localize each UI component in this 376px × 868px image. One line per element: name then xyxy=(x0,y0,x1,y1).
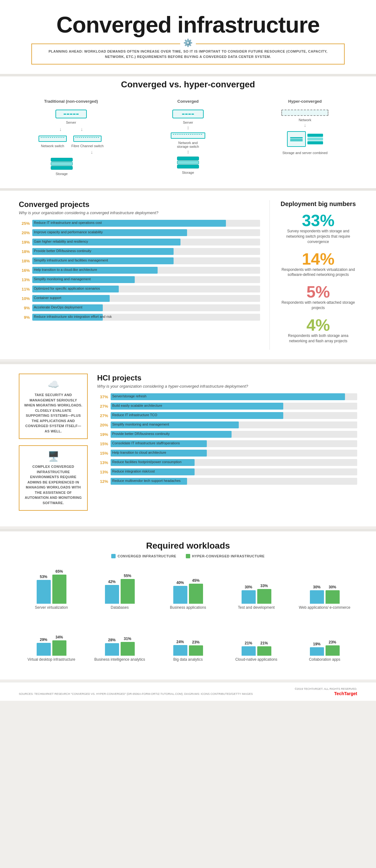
hci-left: ☁️ TAKE SECURITY AND MANAGEMENT SERIOUSL… xyxy=(19,374,88,517)
conv-server-lines xyxy=(182,114,194,115)
converged-bar-row: 9% Reduce infrastructure silo integratio… xyxy=(19,314,260,321)
hci-bar-pct: 12% xyxy=(97,479,108,484)
hci-bar-label: Reduce IT infrastructure TCO xyxy=(112,413,157,417)
chart-item: 19% 23% Collaboration apps xyxy=(298,618,351,662)
hci-bar-track: Reduce multivendor tech support headache… xyxy=(111,478,357,485)
green-bar-wrapper: 23% xyxy=(189,640,203,656)
bar-label: Simplify monitoring and management xyxy=(34,277,91,281)
converged-deployment-section: Converged projects Why is your organizat… xyxy=(0,191,376,359)
chart-label: Test and development xyxy=(238,605,274,610)
warning-box-1: ☁️ TAKE SECURITY AND MANAGEMENT SERIOUSL… xyxy=(19,374,88,439)
net-storage-switch xyxy=(171,132,205,139)
chart-item: 24% 23% Big data analytics xyxy=(162,618,214,662)
bar-pct: 11% xyxy=(19,287,30,291)
chart-item: 29% 34% Virtual desktop infrastructure xyxy=(25,618,78,662)
green-bar xyxy=(189,645,203,656)
bar-label: Simplify infrastructure and facilities m… xyxy=(34,258,108,262)
blue-bar-pct: 28% xyxy=(108,638,116,642)
hci-bar-track: Reduce facilities footprint/power consum… xyxy=(111,459,357,466)
chart-item: 40% 45% Business applications xyxy=(162,566,214,610)
storage-conv: Storage xyxy=(177,155,199,175)
green-bar-wrapper: 65% xyxy=(52,569,66,604)
hci-bar-row: 13% Reduce integration risk/cost xyxy=(97,468,357,475)
hci-bar-track: Reduce IT infrastructure TCO xyxy=(111,412,357,419)
arrow-hyper: ↓ xyxy=(303,123,306,128)
storage-trad: Storage xyxy=(51,157,73,176)
blue-bar-pct: 24% xyxy=(176,640,184,644)
server-box-conv xyxy=(172,110,204,118)
green-bar-pct: 34% xyxy=(55,635,63,640)
hci-bar-row: 12% Reduce multivendor tech support head… xyxy=(97,478,357,485)
server-icon: 🖥️ xyxy=(24,451,82,462)
chart-item: 28% 31% Business intelligence analytics xyxy=(93,618,146,662)
diagram-section: Converged vs. hyper-converged Traditiona… xyxy=(0,76,376,188)
arrow-conv2: ↕ xyxy=(187,149,189,154)
net-storage-switch-wrap: Network and storage switch xyxy=(171,131,205,148)
deploy-stat: 33% Survey respondents with storage and … xyxy=(279,212,357,244)
hci-bar-label: Server/storage refresh xyxy=(112,394,146,398)
bars-container: 21% 21% xyxy=(241,618,271,656)
chart-label: Server virtualization xyxy=(35,605,68,610)
hci-bar-track: Server/storage refresh xyxy=(111,393,357,400)
legend-hyper: HYPER-CONVERGED INFRASTRUCTURE xyxy=(186,554,265,558)
hci-bar-pct: 19% xyxy=(97,432,108,437)
bar-label: Improve capacity and performance scalabi… xyxy=(34,230,103,234)
hyper-col: Hyper-converged Network ↓ xyxy=(258,99,352,155)
server-label-trad: Server xyxy=(66,121,76,124)
green-bar-pct: 33% xyxy=(260,584,268,588)
green-bar-wrapper: 30% xyxy=(325,585,340,604)
hci-title: HCI projects xyxy=(97,374,357,382)
bar-track: Container support xyxy=(32,295,260,302)
blue-bar-pct: 19% xyxy=(313,642,321,646)
bar-pct: 20% xyxy=(19,230,30,235)
blue-bar-wrapper: 19% xyxy=(310,642,324,656)
server-conv-wrap: Server xyxy=(172,108,204,124)
bar-label: Container support xyxy=(34,296,61,300)
bar-label: Provide better DR/business continuity xyxy=(34,249,91,253)
chart-label: Cloud-native applications xyxy=(235,657,277,662)
bars-container: 53% 65% xyxy=(37,566,66,604)
blue-bar-wrapper: 30% xyxy=(241,585,256,604)
converged-bar-row: 18% Simplify infrastructure and faciliti… xyxy=(19,257,260,264)
hci-bar-label: Reduce integration risk/cost xyxy=(112,469,155,473)
deployment-title: Deployment big numbers xyxy=(279,200,357,208)
hci-section: ☁️ TAKE SECURITY AND MANAGEMENT SERIOUSL… xyxy=(0,364,376,526)
traditional-col: Traditional (non-converged) Server ↓ ↓ xyxy=(24,99,118,176)
bars-container: 40% 45% xyxy=(173,566,203,604)
green-bar-pct: 31% xyxy=(124,637,131,641)
hci-bar-row: 37% Server/storage refresh xyxy=(97,393,357,400)
blue-bar xyxy=(105,643,119,656)
storage-label-conv: Storage xyxy=(182,170,194,175)
bar-track: Reduce IT infrastructure and operations … xyxy=(32,220,260,227)
bar-pct: 13% xyxy=(19,277,30,282)
fibre-switch xyxy=(73,135,102,142)
converged-bar-row: 16% Help transition to a cloud-like arch… xyxy=(19,267,260,274)
fibre-label: Fibre Channel switch xyxy=(71,144,104,148)
converged-projects-subtitle: Why is your organization considering a c… xyxy=(19,210,260,215)
blue-bar-pct: 30% xyxy=(245,585,252,589)
hci-bar-pct: 15% xyxy=(97,441,108,446)
hci-bar-row: 19% Provide better DR/business continuit… xyxy=(97,431,357,438)
chart-label: Business applications xyxy=(170,605,206,610)
bars-container: 42% 55% xyxy=(105,566,135,604)
footer-logo: TechTarget xyxy=(295,691,357,696)
network-label: Network xyxy=(298,118,311,122)
blue-bar-pct: 40% xyxy=(176,581,184,585)
converged-bar-row: 18% Provide better DR/business continuit… xyxy=(19,248,260,255)
hci-bar-row: 13% Reduce facilities footprint/power co… xyxy=(97,459,357,466)
hci-bar-row: 15% Consolidate IT infrastructure staff/… xyxy=(97,440,357,447)
green-bar-wrapper: 33% xyxy=(257,584,271,604)
green-bar-wrapper: 55% xyxy=(121,574,135,604)
chart-label: Big data analytics xyxy=(173,657,203,662)
bar-track: Accelerate DevOps deployment xyxy=(32,304,260,311)
deploy-pct: 5% xyxy=(279,284,357,300)
green-bar xyxy=(121,579,135,604)
arrow-conv1: ↕ xyxy=(187,125,189,130)
blue-bar-wrapper: 28% xyxy=(105,638,119,656)
legend: CONVERGED INFRASTRUCTURE HYPER-CONVERGED… xyxy=(19,554,357,558)
main-container: Converged infrastructure ⚙️ PLANNING AHE… xyxy=(0,0,376,701)
green-bar-pct: 21% xyxy=(260,641,268,645)
storage-icon-trad xyxy=(51,158,73,170)
converged-bar-row: 10% Container support xyxy=(19,295,260,302)
green-bar-wrapper: 31% xyxy=(121,637,135,656)
